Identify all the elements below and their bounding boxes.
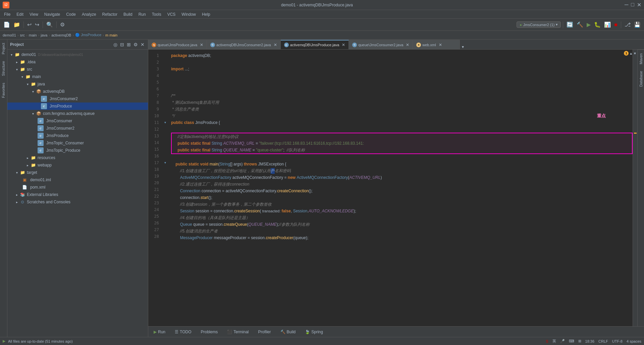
bottom-tab-problems[interactable]: Problems [198, 328, 220, 336]
menu-code[interactable]: Code [63, 11, 78, 17]
tree-item-scratches[interactable]: ▸ ⊙ Scratches and Consoles [7, 198, 148, 206]
build-project-button[interactable]: 🔨 [575, 21, 585, 28]
menu-vcs[interactable]: VCS [165, 11, 178, 17]
menu-analyze[interactable]: Analyze [79, 11, 99, 17]
ln-4: 4 [148, 72, 159, 79]
tab-queue-jmsconsumer2[interactable]: C queue\JmsConsumer2.java ✕ [349, 40, 413, 49]
tree-item-src[interactable]: ▾ 📁 src [7, 66, 148, 73]
run-button[interactable]: ▶ [585, 21, 592, 28]
run-coverage-button[interactable]: 📊 [603, 21, 612, 28]
tree-item-java[interactable]: ▾ 📁 java [7, 80, 148, 88]
menu-help[interactable]: Help [199, 11, 213, 17]
tree-item-jmsproduce-db[interactable]: ▸ C JmsProduce [7, 102, 148, 110]
tree-item-jmsconsumer[interactable]: ▸ C JmsConsumer [7, 117, 148, 125]
stop-button[interactable]: ■ [613, 21, 619, 28]
locate-file-button[interactable]: ◎ [113, 41, 118, 48]
indent-info[interactable]: 4 spaces [627, 339, 641, 343]
menu-navigate[interactable]: Navigate [42, 11, 63, 17]
tree-item-resources[interactable]: ▸ 📁 resources [7, 154, 148, 161]
tree-item-target[interactable]: ▾ 📁 target [7, 169, 148, 176]
tree-item-jmstopic-consumer[interactable]: ▸ C JmsTopic_Consumer [7, 139, 148, 147]
tree-item-webapp[interactable]: ▸ 📁 webapp [7, 161, 148, 169]
tree-item-iml[interactable]: ▸ ▣ demo01.iml [7, 176, 148, 184]
tree-item-main[interactable]: ▾ 📁 main [7, 73, 148, 80]
structure-side-tab[interactable]: Structure [0, 58, 7, 79]
breadcrumb-src[interactable]: src [20, 33, 25, 37]
tree-item-jmsproduce-q[interactable]: ▸ C JmsProduce [7, 132, 148, 139]
bottom-tab-run[interactable]: ▶ Run [151, 328, 168, 336]
window-controls[interactable]: ─ □ ✕ [625, 2, 641, 8]
settings-button[interactable]: ⚙ [59, 21, 66, 28]
maven-panel-tab[interactable]: Maven [638, 50, 644, 68]
bottom-tab-profiler[interactable]: Profiler [256, 328, 274, 336]
redo-button[interactable]: ↪ [34, 21, 41, 28]
code-content[interactable]: package activemqDB; import ...; /** [168, 50, 633, 326]
menu-tools[interactable]: Tools [149, 11, 164, 17]
tab-overflow-button[interactable]: ▾ [460, 45, 466, 49]
breadcrumb-activemqdb[interactable]: activemqDB [51, 33, 71, 37]
expand-all-button[interactable]: ⊞ [126, 41, 131, 48]
editor-scrollbar-gutter[interactable]: 1 ▲ ▼ [633, 50, 637, 326]
bottom-tab-spring[interactable]: 🍃 Spring [302, 328, 326, 336]
search-button[interactable]: 🔍 [45, 21, 54, 28]
tab-close-queue-jmsconsumer2[interactable]: ✕ [406, 43, 409, 47]
run-config-selector[interactable]: ● JmsConsumer2 (1) ▾ [517, 21, 561, 28]
debug-button[interactable]: 🐛 [593, 21, 602, 28]
new-file-button[interactable]: 📄 [2, 21, 11, 28]
git-button[interactable]: ⎇ [623, 21, 632, 28]
menu-refactor[interactable]: Refactor [100, 11, 120, 17]
database-panel-tab[interactable]: Database [638, 68, 644, 90]
tab-close-webxml[interactable]: ✕ [439, 43, 442, 47]
hide-panel-button[interactable]: ✕ [140, 41, 145, 48]
maximize-button[interactable]: □ [631, 2, 634, 8]
tab-close-queue-jmsproduce[interactable]: ✕ [200, 43, 203, 47]
bottom-tab-todo[interactable]: ☰ TODO [172, 328, 194, 336]
tree-item-ext-libs[interactable]: ▸ 📚 External Libraries [7, 191, 148, 198]
tree-item-jmsconsumer2-db[interactable]: ▸ C JmsConsumer2 [7, 95, 148, 102]
tab-activemqdb-jmsproduce[interactable]: C activemqDB\JmsProduce.java ✕ [281, 40, 349, 49]
tree-label-queue-pkg: com.fengmo.activemq.queue [43, 111, 95, 116]
project-side-tab[interactable]: Project [0, 40, 7, 58]
tree-item-queue-pkg[interactable]: ▾ 📦 com.fengmo.activemq.queue [7, 110, 148, 117]
fold-arrow-11[interactable]: ▾ [162, 119, 168, 126]
project-settings-button[interactable]: ⚙ [133, 41, 139, 48]
breadcrumb-method[interactable]: m main [105, 33, 117, 37]
menu-run[interactable]: Run [136, 11, 149, 17]
tree-item-jmsconsumer2-q[interactable]: ▸ C JmsConsumer2 [7, 125, 148, 132]
open-button[interactable]: 📁 [12, 21, 21, 28]
charset[interactable]: UTF-8 [612, 339, 623, 343]
menu-view[interactable]: View [27, 11, 41, 17]
tree-item-activemqdb[interactable]: ▾ 📦 activemqDB [7, 88, 148, 95]
bottom-tab-terminal[interactable]: ⬛ Terminal [224, 328, 251, 336]
tab-close-jmsconsumer2[interactable]: ✕ [274, 43, 277, 47]
tree-item-demo01[interactable]: ▾ 📁 demo01 D:\ideawork\activemq\demo01 [7, 51, 148, 58]
sync-button[interactable]: 🔄 [565, 21, 575, 28]
favorites-side-tab[interactable]: Favorites [0, 79, 7, 101]
menu-file[interactable]: File [1, 11, 13, 17]
undo-button[interactable]: ↩ [26, 21, 33, 28]
collapse-all-button[interactable]: ⊟ [119, 41, 125, 48]
tab-webxml[interactable]: x web.xml ✕ [413, 40, 460, 49]
fold-arrow-17[interactable]: ▾ [162, 159, 168, 166]
bottom-tab-build[interactable]: 🔨 Build [278, 328, 299, 336]
tab-activemqdb-jmsconsumer2[interactable]: C activemqDB\JmsConsumer2.java ✕ [207, 40, 281, 49]
breadcrumb-class[interactable]: 🔵 JmsProduce [75, 33, 101, 37]
build-tab-label: Build [287, 330, 296, 334]
minimize-button[interactable]: ─ [625, 2, 628, 8]
line-ending[interactable]: CRLF [598, 339, 608, 343]
tree-item-idea[interactable]: ▸ 📁 .idea [7, 58, 148, 66]
close-button[interactable]: ✕ [637, 2, 641, 8]
breadcrumb-java[interactable]: java [41, 33, 47, 37]
breadcrumb-main[interactable]: main [29, 33, 37, 37]
breadcrumb-demo01[interactable]: demo01 [3, 33, 16, 37]
menu-build[interactable]: Build [121, 11, 135, 17]
tab-close-jmsproduce[interactable]: ✕ [342, 43, 345, 47]
tab-queue-jmsproduce[interactable]: q queue\JmsProduce.java ✕ [148, 40, 207, 49]
save-button[interactable]: 💾 [633, 21, 642, 28]
menu-edit[interactable]: Edit [14, 11, 26, 17]
tree-arrow-demo01: ▾ [9, 53, 14, 57]
spring-tab-icon: 🍃 [305, 330, 310, 334]
tree-item-pom[interactable]: ▸ 📄 pom.xml [7, 184, 148, 191]
menu-window[interactable]: Window [179, 11, 199, 17]
tree-item-jmstopic-produce[interactable]: ▸ C JmsTopic_Produce [7, 147, 148, 154]
